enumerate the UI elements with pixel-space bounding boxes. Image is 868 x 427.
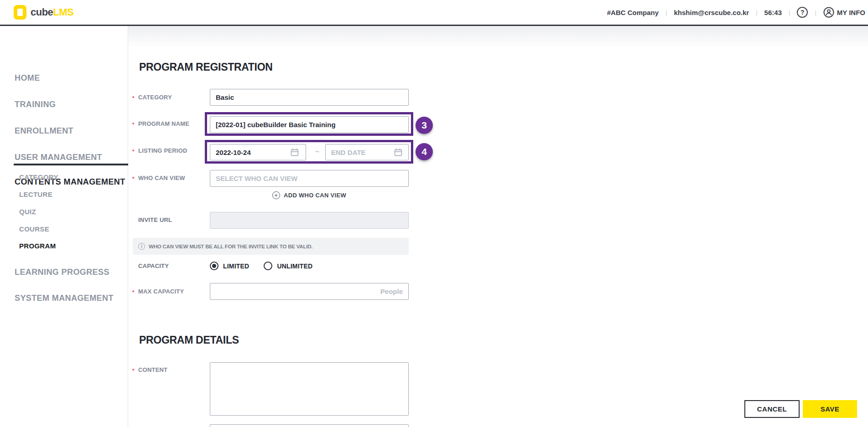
sidebar-subitem-course[interactable]: COURSE [19,225,49,233]
sidebar-item-user-management[interactable]: USER MANAGEMENT [15,153,102,162]
invite-url-input [210,212,409,229]
radio-unlimited[interactable]: UNLIMITED [264,262,312,270]
user-email: khshim@crscube.co.kr [674,9,749,16]
header-separator: | [665,9,667,16]
category-input[interactable] [210,89,409,106]
section-title-program-details: PROGRAM DETAILS [139,334,239,346]
next-field-input-partial[interactable] [210,424,409,427]
date-range-separator: ~ [315,148,319,155]
user-icon [823,7,834,18]
app-header: cubeLMS #ABC Company | khshim@crscube.co… [0,0,868,26]
sidebar-subitem-program[interactable]: PROGRAM [19,242,56,250]
start-date-input[interactable] [210,144,306,160]
end-date-input[interactable] [325,144,409,160]
sidebar-item-home[interactable]: HOME [15,73,40,83]
invite-note: i WHO CAN VIEW MUST BE ALL FOR THE INVIT… [133,238,409,255]
max-capacity-input[interactable] [210,283,409,300]
app-logo[interactable]: cubeLMS [14,5,73,20]
annotation-badge-3: 3 [416,117,433,134]
required-dot: • [132,147,135,154]
my-info-label: MY INFO [837,9,865,16]
sidebar-subitem-lecture[interactable]: LECTURE [19,190,52,198]
header-right: #ABC Company | khshim@crscube.co.kr | 56… [607,7,865,18]
sidebar-item-system-management[interactable]: SYSTEM MANAGEMENT [15,293,114,303]
logo-text-lms: LMS [53,6,73,18]
sidebar-item-learning-progress[interactable]: LEARNING PROGRESS [15,268,109,277]
required-dot: • [132,174,135,181]
required-dot: • [132,120,135,127]
required-dot: • [132,93,135,100]
info-icon: i [138,243,145,250]
session-timer: 56:43 [764,9,782,16]
radio-unlimited-label: UNLIMITED [277,262,312,270]
add-who-can-view-label: ADD WHO CAN VIEW [284,192,346,199]
header-separator: | [756,9,757,16]
sidebar: HOME TRAINING ENROLLMENT USER MANAGEMENT… [0,26,128,427]
program-name-input[interactable] [210,116,409,133]
radio-limited-label: LIMITED [223,262,249,270]
header-separator: | [815,9,816,16]
company-name: #ABC Company [607,9,659,16]
page-title: PROGRAM REGISTRATION [139,61,273,73]
help-icon[interactable]: ? [797,7,808,18]
max-capacity-label: • MAX CAPACITY [138,288,184,295]
plus-circle-icon: + [272,191,280,199]
cancel-button[interactable]: CANCEL [744,400,800,418]
sidebar-item-enrollment[interactable]: ENROLLMENT [15,126,73,136]
my-info-button[interactable]: MY INFO [823,7,865,18]
program-name-label: • PROGRAM NAME [138,120,189,127]
annotation-badge-4: 4 [416,143,433,160]
add-who-can-view-button[interactable]: + ADD WHO CAN VIEW [210,191,409,199]
invite-url-label: INVITE URL [138,216,172,223]
cube-logo-icon [14,5,26,20]
logo-text-cube: cube [31,6,53,18]
capacity-radio-group: LIMITED UNLIMITED [210,262,312,270]
sidebar-item-training[interactable]: TRAINING [15,100,56,109]
invite-note-text: WHO CAN VIEW MUST BE ALL FOR THE INVITE … [149,244,312,249]
required-dot: • [132,288,135,294]
content-label: • CONTENT [138,366,167,373]
radio-limited[interactable]: LIMITED [210,262,249,270]
content-textarea[interactable] [210,362,409,416]
header-separator: | [789,9,790,16]
radio-circle-icon [264,262,272,270]
who-can-view-label: • WHO CAN VIEW [138,175,185,181]
header-shadow [0,26,868,48]
sidebar-subitem-quiz[interactable]: QUIZ [19,208,36,216]
active-section-underline [14,164,128,165]
category-label: • CATEGORY [138,94,172,101]
sidebar-subitem-category[interactable]: CATEGORY [19,173,58,181]
listing-period-label: • LISTING PERIOD [138,147,187,154]
required-dot: • [132,366,135,373]
radio-circle-icon [210,262,218,270]
capacity-label: CAPACITY [138,262,169,269]
who-can-view-input[interactable] [210,170,409,187]
save-button[interactable]: SAVE [803,400,857,418]
logo-text: cubeLMS [31,6,73,18]
